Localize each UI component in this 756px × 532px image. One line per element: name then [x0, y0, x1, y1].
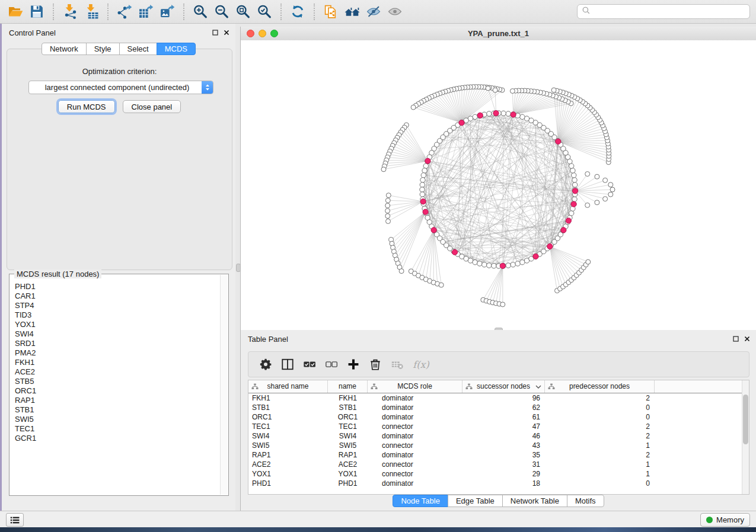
tab-style[interactable]: Style: [86, 43, 120, 55]
table-cell[interactable]: ACE2: [248, 460, 328, 469]
graph-mcds-node[interactable]: [423, 209, 428, 214]
graph-node[interactable]: [411, 105, 416, 110]
table-row[interactable]: TEC1TEC1connector472: [248, 422, 749, 431]
network-graph[interactable]: [241, 40, 756, 330]
table-cell[interactable]: 29: [462, 469, 545, 479]
graph-mcds-node[interactable]: [556, 139, 561, 144]
graph-node[interactable]: [487, 263, 492, 268]
import-table-icon[interactable]: [81, 2, 102, 21]
graph-mcds-node[interactable]: [459, 120, 464, 126]
hide-selected-icon[interactable]: [363, 2, 384, 21]
columns-icon[interactable]: [276, 354, 298, 375]
table-cell[interactable]: SWI5: [328, 441, 368, 450]
table-cell[interactable]: 62: [462, 403, 545, 412]
zoom-out-icon[interactable]: [211, 2, 232, 21]
table-cell[interactable]: ACE2: [328, 460, 368, 469]
graph-node[interactable]: [381, 167, 386, 172]
tab-node-table[interactable]: Node Table: [393, 495, 448, 507]
table-row[interactable]: ACE2ACE2connector311: [248, 460, 749, 469]
graph-node[interactable]: [511, 262, 515, 267]
graph-node[interactable]: [385, 198, 390, 203]
graph-mcds-node[interactable]: [511, 112, 516, 117]
graph-node[interactable]: [482, 262, 487, 267]
graph-node[interactable]: [586, 259, 591, 264]
graph-node[interactable]: [493, 88, 497, 92]
graph-mcds-node[interactable]: [571, 201, 576, 207]
tab-network-table[interactable]: Network Table: [502, 495, 567, 507]
graph-node[interactable]: [608, 192, 613, 197]
graph-node[interactable]: [487, 111, 492, 116]
graph-mcds-node[interactable]: [477, 113, 483, 118]
table-cell[interactable]: TEC1: [248, 422, 328, 431]
table-cell[interactable]: 61: [462, 412, 545, 422]
table-cell[interactable]: 0: [545, 479, 655, 488]
mcds-result-item[interactable]: ORC1: [15, 386, 221, 396]
graph-node[interactable]: [492, 264, 496, 268]
table-cell[interactable]: FKH1: [328, 393, 368, 403]
graph-node[interactable]: [421, 173, 426, 178]
float-icon[interactable]: [732, 335, 739, 342]
network-canvas[interactable]: [241, 40, 756, 330]
table-cell[interactable]: 1: [545, 441, 655, 450]
zoom-fit-icon[interactable]: [232, 2, 254, 21]
deselect-all-icon[interactable]: [320, 354, 342, 375]
graph-mcds-node[interactable]: [547, 243, 553, 249]
select-all-icon[interactable]: [298, 354, 320, 375]
graph-node[interactable]: [422, 168, 427, 173]
graph-node[interactable]: [510, 89, 515, 94]
table-cell[interactable]: dominator: [368, 412, 462, 422]
mcds-result-item[interactable]: STP4: [15, 301, 221, 310]
table-cell[interactable]: dominator: [368, 431, 462, 441]
table-cell[interactable]: 18: [462, 479, 545, 488]
tab-edge-table[interactable]: Edge Table: [448, 495, 503, 507]
run-mcds-button[interactable]: Run MCDS: [58, 100, 115, 113]
graph-mcds-node[interactable]: [452, 249, 457, 255]
graph-node[interactable]: [603, 197, 608, 201]
table-row[interactable]: STB1STB1dominator620: [248, 403, 749, 412]
save-icon[interactable]: [26, 2, 47, 21]
table-cell[interactable]: 1: [545, 460, 655, 469]
table-cell[interactable]: SWI4: [248, 431, 328, 441]
graph-node[interactable]: [595, 174, 599, 179]
result-list-scrollbar[interactable]: [220, 275, 228, 495]
search-box[interactable]: [577, 4, 750, 19]
duplicate-network-icon[interactable]: [320, 2, 342, 21]
graph-node[interactable]: [595, 200, 599, 205]
table-cell[interactable]: YOX1: [328, 469, 368, 479]
mcds-result-item[interactable]: SWI4: [15, 329, 221, 339]
graph-node[interactable]: [500, 302, 505, 307]
column-header-successor-nodes[interactable]: successor nodes: [462, 380, 545, 393]
export-image-icon[interactable]: [157, 2, 178, 21]
search-input[interactable]: [594, 5, 749, 18]
table-cell[interactable]: ORC1: [328, 412, 368, 422]
graph-node[interactable]: [572, 197, 577, 201]
list-icon[interactable]: [6, 513, 24, 527]
table-row[interactable]: SWI4SWI4dominator462: [248, 431, 749, 441]
delete-icon[interactable]: [364, 354, 386, 375]
graph-node[interactable]: [520, 114, 525, 119]
table-cell[interactable]: dominator: [368, 450, 462, 460]
graph-mcds-node[interactable]: [533, 254, 538, 259]
first-neighbors-icon[interactable]: [342, 2, 363, 21]
table-scrollbar[interactable]: [742, 380, 749, 494]
mcds-result-item[interactable]: PMA2: [15, 348, 221, 358]
graph-mcds-node[interactable]: [493, 111, 499, 116]
graph-node[interactable]: [420, 192, 425, 197]
table-row[interactable]: FKH1FKH1dominator962: [248, 393, 749, 403]
gear-icon[interactable]: [254, 354, 276, 375]
graph-node[interactable]: [572, 173, 576, 178]
table-cell[interactable]: SWI5: [248, 441, 328, 450]
table-row[interactable]: RAP1RAP1dominator352: [248, 450, 749, 460]
table-cell[interactable]: 2: [545, 422, 655, 431]
mcds-result-item[interactable]: RAP1: [15, 396, 221, 405]
table-cell[interactable]: 96: [462, 393, 545, 403]
export-table-icon[interactable]: [135, 2, 157, 21]
table-cell[interactable]: RAP1: [248, 450, 328, 460]
table-cell[interactable]: PHD1: [248, 479, 328, 488]
table-cell[interactable]: connector: [368, 422, 462, 431]
graph-node[interactable]: [569, 211, 574, 216]
graph-node[interactable]: [420, 178, 425, 182]
mcds-result-item[interactable]: CAR1: [15, 291, 221, 301]
zoom-in-icon[interactable]: [190, 2, 211, 21]
graph-node[interactable]: [570, 168, 575, 173]
